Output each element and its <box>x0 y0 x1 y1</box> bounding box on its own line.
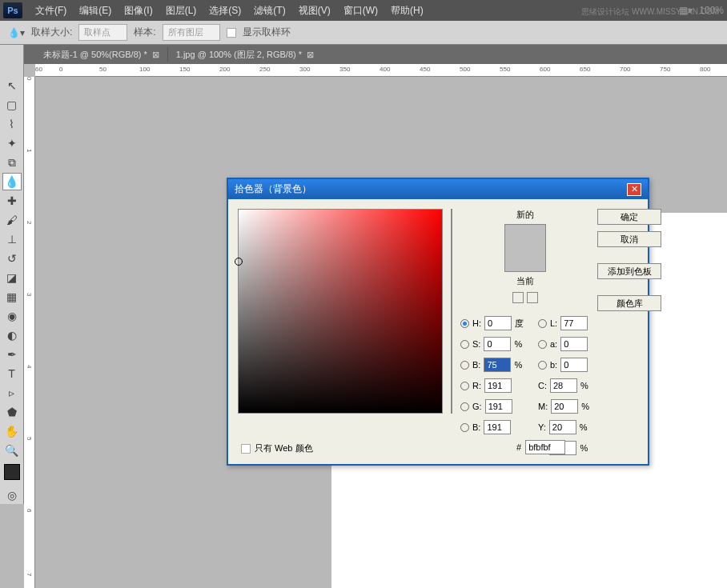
zoom-tool[interactable]: 🔍 <box>2 442 22 459</box>
stamp-tool[interactable]: ⊥ <box>2 230 22 248</box>
radio-r[interactable] <box>460 382 469 390</box>
input-s[interactable] <box>484 337 511 351</box>
radio-b[interactable] <box>460 361 469 370</box>
text-tool[interactable]: T <box>2 365 22 382</box>
wand-tool[interactable]: ✦ <box>2 134 22 152</box>
pen-tool[interactable]: ✒ <box>2 346 22 363</box>
close-icon[interactable]: ⊠ <box>307 50 314 60</box>
dialog-titlebar[interactable]: 拾色器（背景色） ✕ <box>228 179 648 199</box>
close-icon[interactable]: ⊠ <box>152 50 159 60</box>
radio-b-lab[interactable] <box>538 361 547 370</box>
color-preview <box>504 224 546 272</box>
ruler-vertical: 0 1 2 3 4 5 6 7 <box>24 77 35 588</box>
cancel-button[interactable]: 取消 <box>597 231 661 247</box>
input-r[interactable] <box>484 378 512 393</box>
dialog-title: 拾色器（背景色） <box>235 182 311 196</box>
input-c[interactable] <box>550 378 577 393</box>
foreground-color[interactable] <box>4 464 20 480</box>
hand-tool[interactable]: ✋ <box>2 422 22 440</box>
menu-window[interactable]: 窗口(W) <box>337 1 384 21</box>
options-bar: 💧▾ 取样大小: 取样点 样本: 所有图层 显示取样环 <box>0 21 727 45</box>
dodge-tool[interactable]: ◐ <box>2 326 22 344</box>
input-b-hsb[interactable] <box>484 358 511 372</box>
show-ring-checkbox[interactable] <box>227 28 236 38</box>
sample-size-label: 取样大小: <box>31 26 72 39</box>
web-only-label: 只有 Web 颜色 <box>255 442 313 454</box>
crop-tool[interactable]: ⧉ <box>2 154 22 171</box>
lasso-tool[interactable]: ⌇ <box>2 115 22 133</box>
ruler-horizontal: 60 0 50 100 150 200 250 300 350 400 450 … <box>35 64 727 77</box>
menu-filter[interactable]: 滤镜(T) <box>247 1 291 21</box>
input-b-rgb[interactable] <box>484 420 511 434</box>
input-h[interactable] <box>484 316 512 330</box>
eraser-tool[interactable]: ◪ <box>2 269 22 286</box>
current-color-label: 当前 <box>516 275 534 287</box>
sample-select[interactable]: 所有图层 <box>163 24 220 41</box>
menu-file[interactable]: 文件(F) <box>29 1 73 21</box>
radio-a[interactable] <box>538 340 547 349</box>
heal-tool[interactable]: ✚ <box>2 192 22 210</box>
saturation-value-picker[interactable] <box>238 209 443 414</box>
marquee-tool[interactable]: ▢ <box>2 96 22 114</box>
eyedropper-tool-icon: 💧▾ <box>8 27 25 38</box>
menu-edit[interactable]: 编辑(E) <box>73 1 118 21</box>
input-l[interactable] <box>560 316 588 330</box>
radio-s[interactable] <box>460 340 469 349</box>
toolbox: ↖ ▢ ⌇ ✦ ⧉ 💧 ✚ 🖌 ⊥ ↺ ◪ ▦ ◉ ◐ ✒ T ▹ ⬟ ✋ 🔍 … <box>0 45 24 504</box>
tab-doc1[interactable]: 未标题-1 @ 50%(RGB/8) *⊠ <box>35 46 167 64</box>
history-brush-tool[interactable]: ↺ <box>2 250 22 267</box>
web-only-checkbox[interactable] <box>241 444 251 454</box>
radio-b-rgb[interactable] <box>460 423 469 432</box>
shape-tool[interactable]: ⬟ <box>2 403 22 421</box>
input-y[interactable] <box>549 420 576 434</box>
watermark: 思绪设计论坛 WWW.MISSYUAN.COM <box>581 6 719 18</box>
hex-input[interactable] <box>525 440 565 454</box>
move-tool[interactable]: ↖ <box>2 77 22 94</box>
websafe-icon[interactable] <box>527 292 538 303</box>
input-b-lab[interactable] <box>560 358 588 372</box>
tab-doc2[interactable]: 1.jpg @ 100% (图层 2, RGB/8) *⊠ <box>168 46 322 64</box>
gradient-tool[interactable]: ▦ <box>2 288 22 306</box>
sample-label: 样本: <box>134 26 155 39</box>
hue-slider[interactable] <box>451 209 452 414</box>
document-tabs: 未标题-1 @ 50%(RGB/8) *⊠ 1.jpg @ 100% (图层 2… <box>0 45 727 64</box>
menu-view[interactable]: 视图(V) <box>292 1 337 21</box>
radio-l[interactable] <box>538 319 547 328</box>
menu-select[interactable]: 选择(S) <box>203 1 247 21</box>
color-picker-dialog: 拾色器（背景色） ✕ 新的 当前 <box>227 178 649 466</box>
quickmask-toggle[interactable]: ◎ <box>2 486 22 504</box>
close-button[interactable]: ✕ <box>627 183 641 196</box>
input-g[interactable] <box>485 399 512 414</box>
gamut-warning-icon[interactable] <box>512 292 524 303</box>
hex-label: # <box>516 442 521 452</box>
brush-tool[interactable]: 🖌 <box>2 211 22 229</box>
eyedropper-tool[interactable]: 💧 <box>2 173 22 190</box>
show-ring-label: 显示取样环 <box>243 26 291 39</box>
blur-tool[interactable]: ◉ <box>2 307 22 325</box>
radio-g[interactable] <box>460 402 469 411</box>
input-m[interactable] <box>551 399 578 414</box>
menu-layer[interactable]: 图层(L) <box>159 1 203 21</box>
path-tool[interactable]: ▹ <box>2 384 22 402</box>
menu-help[interactable]: 帮助(H) <box>384 1 430 21</box>
input-a[interactable] <box>560 337 588 351</box>
menu-image[interactable]: 图像(I) <box>118 1 159 21</box>
sample-size-select[interactable]: 取样点 <box>78 24 127 41</box>
ps-logo: Ps <box>3 2 22 18</box>
color-lib-button[interactable]: 颜色库 <box>597 295 661 311</box>
radio-h[interactable] <box>460 319 469 328</box>
ok-button[interactable]: 确定 <box>597 209 661 225</box>
sv-cursor <box>235 258 243 266</box>
new-color-label: 新的 <box>516 209 534 221</box>
add-swatch-button[interactable]: 添加到色板 <box>597 263 661 279</box>
